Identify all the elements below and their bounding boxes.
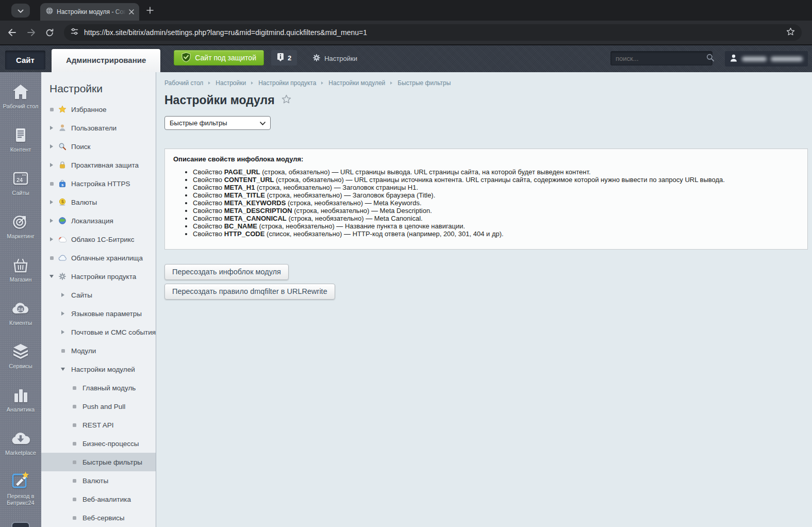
rail-item-content[interactable]: Контент (1, 125, 41, 153)
settings-menu-item[interactable]: Веб-сервисы (41, 508, 156, 527)
settings-menu-item[interactable]: Настройки продукта (41, 267, 156, 286)
settings-menu-item-label: Push and Pull (82, 403, 125, 410)
settings-menu-item[interactable]: Проактивная защита (41, 156, 156, 174)
settings-menu-item-label: Проактивная защита (71, 161, 139, 169)
module-property-item: Свойство META_H1 (строка, необязательно)… (193, 184, 799, 191)
rail-item-services[interactable]: Сервисы (1, 341, 41, 370)
info-doc-icon (277, 53, 284, 63)
chevron-right-icon (60, 311, 66, 316)
search-icon[interactable] (706, 54, 714, 63)
rail-item-marketing[interactable]: Маркетинг (1, 211, 41, 240)
workspace: Рабочий столКонтент24СайтыМаркетингМагаз… (0, 72, 812, 527)
property-name: CONTENT_URL (224, 176, 274, 184)
settings-menu-item[interactable]: Бизнес-процессы (41, 434, 156, 453)
rail-item-sites[interactable]: 24Сайты (1, 168, 41, 196)
search-icon (58, 142, 67, 151)
user-menu[interactable] (725, 51, 808, 67)
analytics-icon (12, 385, 29, 403)
bullet-icon (71, 460, 77, 464)
settings-menu-item[interactable]: Почтовые и СМС события (41, 323, 156, 341)
breadcrumb-link[interactable]: Настройки (216, 79, 246, 87)
settings-menu-item-label: Модули (71, 347, 96, 355)
settings-menu-item[interactable]: Облачные хранилища (41, 249, 156, 267)
rail-item-label: Маркетинг (7, 233, 34, 240)
action-buttons: Пересоздать инфоблок модуляПересоздать п… (164, 264, 808, 300)
rail-item-home[interactable]: Рабочий стол (1, 81, 41, 110)
settings-menu-item[interactable]: $Валюты (41, 193, 156, 211)
icon-rail: Рабочий столКонтент24СайтыМаркетингМагаз… (0, 72, 41, 527)
rail-item-clients[interactable]: 24Клиенты (1, 298, 41, 326)
home-icon (12, 81, 29, 100)
sites-icon: 24 (12, 168, 29, 187)
breadcrumb-link[interactable]: Настройки продукта (258, 79, 316, 87)
settings-menu-item[interactable]: Сайты (41, 286, 156, 304)
bullet-icon (60, 349, 66, 353)
settings-menu-item[interactable]: Настройки модулей (41, 360, 156, 378)
tab-close-icon[interactable] (129, 7, 134, 17)
rail-item-label: Аналитика (7, 406, 35, 413)
property-name: META_KEYWORDS (224, 199, 286, 207)
svg-text:s: s (61, 183, 64, 187)
browser-tab[interactable]: Настройки модуля - Современ (40, 3, 139, 21)
favorite-star-icon[interactable] (281, 94, 291, 106)
breadcrumb-link[interactable]: Рабочий стол (164, 79, 203, 87)
settings-menu-item[interactable]: REST API (41, 416, 156, 434)
breadcrumb-link[interactable]: Быстрые фильтры (397, 79, 451, 87)
bullet-icon (48, 182, 55, 186)
rail-item-label: Рабочий стол (3, 103, 38, 110)
browser-tab-strip: Настройки модуля - Современ (0, 0, 812, 21)
rail-item-marketplace[interactable]: Marketplace (1, 428, 41, 456)
header-search[interactable] (610, 51, 712, 65)
settings-menu-item[interactable]: Пользователи (41, 119, 156, 137)
site-info-icon[interactable] (71, 28, 78, 37)
tab-site[interactable]: Сайт (5, 51, 45, 70)
forward-icon[interactable] (27, 28, 36, 39)
settings-menu-item[interactable]: Языковые параметры (41, 304, 156, 323)
settings-menu-item[interactable]: sНастройка HTTPS (41, 174, 156, 193)
rail-item-analytics[interactable]: Аналитика (1, 385, 41, 413)
tab-search-button[interactable] (11, 4, 30, 18)
recreate-module-iblock-button[interactable]: Пересоздать инфоблок модуля (164, 264, 289, 280)
url-text[interactable]: https://bx.site/bitrix/admin/settings.ph… (84, 28, 786, 37)
chevron-down-icon (48, 274, 55, 278)
settings-menu-item[interactable]: Поиск (41, 137, 156, 156)
rail-item-bitrix24[interactable]: Переход в Битрикс24 (1, 471, 41, 506)
settings-menu-item-label: Облако 1С-Битрикс (71, 236, 135, 243)
site-protected-label: Сайт под защитой (195, 54, 256, 62)
https-icon: s (58, 179, 67, 188)
rail-item-label: Магазин (10, 276, 31, 283)
property-list: Свойство PAGE_URL (строка, обязательно) … (173, 168, 799, 238)
recreate-dmqfilter-rule-button[interactable]: Пересоздать правило dmqfilter в URLRewri… (164, 284, 335, 300)
new-tab-button[interactable] (146, 7, 154, 16)
settings-menu-item[interactable]: Валюты (41, 471, 156, 490)
settings-menu-item[interactable]: Быстрые фильтры (41, 453, 156, 471)
settings-menu-item[interactable]: Push and Pull (41, 397, 156, 416)
settings-menu-item-label: Облачные хранилища (71, 254, 143, 262)
site-protected-button[interactable]: Сайт под защитой (174, 50, 264, 65)
settings-menu-item[interactable]: Модули (41, 341, 156, 360)
breadcrumb: Рабочий столНастройкиНастройки продуктаН… (164, 79, 808, 87)
reload-icon[interactable] (45, 28, 54, 39)
url-bar[interactable]: https://bx.site/bitrix/admin/settings.ph… (64, 24, 802, 41)
localization-icon (58, 217, 67, 225)
back-icon[interactable] (7, 28, 16, 39)
settings-menu-item[interactable]: Локализация (41, 211, 156, 230)
module-select[interactable]: Быстрые фильтры (164, 116, 271, 130)
settings-menu-item[interactable]: Главный модуль (41, 378, 156, 397)
settings-menu-item[interactable]: Веб-аналитика (41, 490, 156, 508)
notifications-button[interactable]: 2 (271, 50, 297, 65)
search-input[interactable] (616, 55, 706, 62)
bullet-icon (71, 386, 77, 390)
bookmark-star-icon[interactable] (786, 27, 795, 38)
settings-menu-item-label: Настройки модулей (71, 366, 135, 373)
tab-administration[interactable]: Администрирование (52, 49, 160, 72)
settings-menu-item-label: Валюты (82, 477, 108, 485)
settings-menu-item[interactable]: Облако 1С-Битрикс (41, 230, 156, 249)
rail-item-shop[interactable]: Магазин (1, 255, 41, 283)
header-settings-button[interactable]: Настройки (312, 54, 357, 63)
settings-menu-item-label: Валюты (71, 199, 97, 206)
module-select-value: Быстрые фильтры (170, 119, 227, 127)
settings-menu-item[interactable]: Избранное (41, 100, 156, 119)
breadcrumb-link[interactable]: Настройки модулей (328, 79, 385, 87)
chevron-down-icon (18, 6, 24, 15)
